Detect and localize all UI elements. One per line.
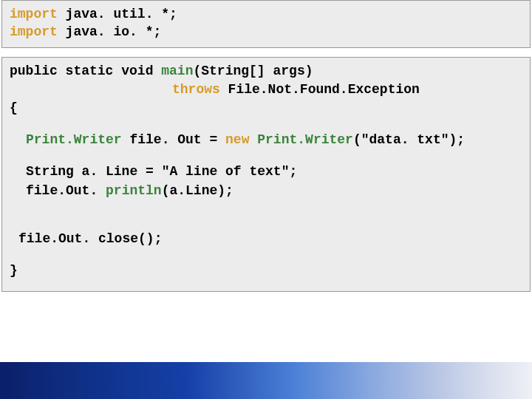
import-text-1: java. util. *;	[58, 7, 177, 21]
pw-text-b: file. Out =	[122, 132, 225, 147]
import-keyword-1: import	[10, 7, 58, 21]
printwriter-decl: Print.Writer file. Out = new Print.Write…	[10, 131, 522, 149]
call-c: (a.Line);	[162, 183, 233, 198]
main-sig-a: public static void	[10, 64, 161, 78]
main-method-name: main	[161, 64, 193, 78]
import-line-1: import java. util. *;	[10, 5, 522, 23]
call-a: file.Out.	[26, 183, 106, 198]
decorative-bottom-stripe	[0, 362, 532, 399]
main-signature-line-1: public static void main(String[] args)	[10, 62, 522, 81]
throws-keyword: throws	[172, 82, 220, 97]
close-brace: }	[10, 262, 522, 280]
main-block: public static void main(String[] args) t…	[1, 57, 531, 292]
spacer-1	[10, 117, 522, 131]
pw-type-1: Print.Writer	[26, 132, 122, 147]
main-signature-line-2: throws File.Not.Found.Exception	[10, 81, 522, 99]
import-keyword-2: import	[10, 24, 58, 39]
import-text-2: java. io. *;	[58, 24, 161, 39]
spacer-2	[10, 149, 522, 163]
close-call-line: file.Out. close();	[10, 230, 522, 248]
pw-type-2: Print.Writer	[249, 132, 352, 147]
open-brace: {	[10, 99, 522, 117]
throws-type: File.Not.Found.Exception	[220, 82, 420, 97]
pw-text-e: ("data. txt");	[353, 132, 465, 147]
spacer-3	[10, 200, 522, 230]
spacer-4	[10, 248, 522, 262]
println-call-line: file.Out. println(a.Line);	[10, 182, 522, 200]
string-decl-line: String a. Line = "A line of text";	[10, 163, 522, 181]
new-keyword: new	[225, 132, 249, 147]
main-sig-c: (String[] args)	[193, 64, 313, 78]
import-line-2: import java. io. *;	[10, 23, 522, 41]
imports-block: import java. util. *; import java. io. *…	[1, 0, 531, 48]
println-name: println	[106, 183, 162, 198]
